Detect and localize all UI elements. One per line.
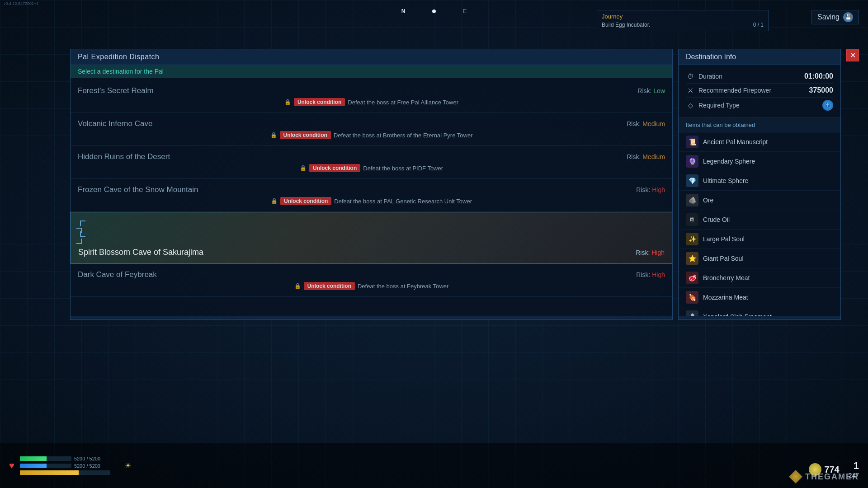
compass-marker <box>432 9 436 13</box>
destination-list[interactable]: Forest's Secret Realm Risk: Low 🔒 Unlock… <box>71 78 672 316</box>
item-name-large-pal-soul: Large Pal Soul <box>703 235 745 243</box>
dest-name-volcanic: Volcanic Inferno Cave <box>78 119 152 128</box>
item-icon-crude-oil: 🛢 <box>686 213 698 226</box>
sun-icon: ☀ <box>125 461 131 470</box>
logo-watermark: THEGAMER <box>789 470 859 483</box>
saving-icon: 💾 <box>843 12 853 22</box>
shield-bar-bg <box>20 464 71 468</box>
stat-duration: ⏱ Duration 01:00:00 <box>686 70 833 84</box>
item-icon-manuscript: 📜 <box>686 136 698 148</box>
type-element-icon <box>822 100 833 111</box>
journey-panel: Journey Build Egg Incubator. 0 / 1 <box>597 10 769 31</box>
dest-risk-volcanic: Risk: Medium <box>627 120 665 127</box>
duration-label: Duration <box>698 73 722 80</box>
destination-desert[interactable]: Hidden Ruins of the Desert Risk: Medium … <box>71 146 672 179</box>
item-icon-giant-pal-soul: ⭐ <box>686 252 698 265</box>
destination-frozen[interactable]: Frozen Cave of the Snow Mountain Risk: H… <box>71 179 672 212</box>
dest-risk-feybreak: Risk: High <box>636 271 665 278</box>
stamina-bar-bg <box>20 470 110 475</box>
unlock-badge-forests: Unlock condition <box>294 98 345 106</box>
item-icon-legendary-sphere: 🔮 <box>686 155 698 168</box>
unlock-condition-forests: 🔒 Unlock condition Defeat the boss at Fr… <box>78 98 665 106</box>
lock-icon-forests: 🔒 <box>284 99 291 105</box>
right-panel: Destination Info ⏱ Duration 01:00:00 ⚔ R… <box>678 49 841 320</box>
panel-handle-bottom <box>71 316 672 319</box>
destination-spirit-blossom[interactable]: Spirit Blossom Cave of Sakurajima Risk: … <box>71 212 672 264</box>
right-panel-title: Destination Info <box>679 49 840 65</box>
version-text: v0.4.12.6472901+1 <box>4 1 38 6</box>
unlock-text-frozen: Defeat the boss at PAL Genetic Research … <box>334 198 472 205</box>
duration-icon: ⏱ <box>686 72 695 81</box>
duration-value: 01:00:00 <box>804 72 833 80</box>
stat-type: ◇ Required Type <box>686 98 833 113</box>
firepower-value: 375000 <box>809 86 833 94</box>
unlock-badge-volcanic: Unlock condition <box>280 131 331 139</box>
item-broncherry-meat: 🥩 Broncherry Meat <box>679 268 840 288</box>
journey-task-1-label: Build Egg Incubator. <box>602 22 650 28</box>
lock-icon-frozen: 🔒 <box>271 198 278 204</box>
left-panel-subtitle: Select a destination for the Pal <box>71 65 672 78</box>
saving-indicator: Saving 💾 <box>811 10 859 24</box>
item-icon-mozzarina-meat: 🍖 <box>686 291 698 304</box>
bottom-hud: ♥ 5200 / 5200 5200 / 5200 <box>0 443 868 488</box>
dest-name-feybreak: Dark Cave of Feybreak <box>78 270 157 279</box>
close-button[interactable]: ✕ <box>846 49 859 61</box>
lock-icon-desert: 🔒 <box>300 165 307 171</box>
logo-diamond-icon <box>789 470 802 483</box>
item-name-ore: Ore <box>703 197 713 204</box>
unlock-text-feybreak: Defeat the boss at Feybreak Tower <box>358 283 448 290</box>
lock-icon-feybreak: 🔒 <box>294 283 301 289</box>
unlock-condition-feybreak: 🔒 Unlock condition Defeat the boss at Fe… <box>78 282 665 290</box>
type-icon: ◇ <box>686 101 695 110</box>
dest-name-desert: Hidden Ruins of the Desert <box>78 152 170 161</box>
item-xenolord-slab: 🪬 Xenolord Slab Fragment <box>679 307 840 316</box>
lock-icon-volcanic: 🔒 <box>270 132 277 138</box>
shield-bar-fill <box>20 464 47 468</box>
heart-icon: ♥ <box>9 460 14 471</box>
compass-n: N <box>401 8 406 14</box>
stat-firepower: ⚔ Recommended Firepower 375000 <box>686 84 833 98</box>
type-label: Required Type <box>698 102 740 109</box>
hp-bar-container: 5200 / 5200 <box>20 456 110 461</box>
destination-forests-secret-realm[interactable]: Forest's Secret Realm Risk: Low 🔒 Unlock… <box>71 80 672 113</box>
item-icon-xenolord-slab: 🪬 <box>686 310 698 316</box>
saving-label: Saving <box>817 13 840 21</box>
logo-text: THEGAMER <box>805 472 859 482</box>
destination-volcanic[interactable]: Volcanic Inferno Cave Risk: Medium 🔒 Unl… <box>71 113 672 146</box>
compass: N E <box>321 5 547 18</box>
item-icon-large-pal-soul: ✨ <box>686 233 698 245</box>
item-icon-ultimate-sphere: 💎 <box>686 174 698 187</box>
firepower-label: Recommended Firepower <box>698 87 771 94</box>
destination-feybreak[interactable]: Dark Cave of Feybreak Risk: High 🔒 Unloc… <box>71 264 672 297</box>
item-crude-oil: 🛢 Crude Oil <box>679 210 840 230</box>
panel-handle-right-bottom <box>679 316 840 319</box>
dest-risk-forests: Risk: Low <box>637 87 665 94</box>
dest-name-forests: Forest's Secret Realm <box>78 86 154 95</box>
item-ultimate-sphere: 💎 Ultimate Sphere <box>679 171 840 191</box>
left-panel-title: Pal Expedition Dispatch <box>71 49 672 65</box>
unlock-condition-volcanic: 🔒 Unlock condition Defeat the boss at Br… <box>78 131 665 139</box>
dest-risk-frozen: Risk: High <box>636 186 665 193</box>
item-giant-pal-soul: ⭐ Giant Pal Soul <box>679 249 840 268</box>
corner-tl <box>80 221 85 226</box>
item-name-mozzarina-meat: Mozzarina Meat <box>703 294 748 301</box>
compass-e: E <box>463 8 467 14</box>
unlock-text-forests: Defeat the boss at Free Pal Alliance Tow… <box>348 99 458 106</box>
items-header: Items that can be obtained <box>679 118 840 132</box>
item-ore: 🪨 Ore <box>679 191 840 210</box>
unlock-text-desert: Defeat the boss at PIDF Tower <box>363 165 443 172</box>
stamina-bar-container <box>20 470 110 475</box>
item-name-ultimate-sphere: Ultimate Sphere <box>703 177 748 184</box>
item-name-broncherry-meat: Broncherry Meat <box>703 274 750 282</box>
unlock-badge-frozen: Unlock condition <box>280 197 331 205</box>
unlock-text-volcanic: Defeat the boss at Brothers of the Etern… <box>334 132 473 139</box>
dest-name-frozen: Frozen Cave of the Snow Mountain <box>78 185 198 194</box>
shield-value: 5200 / 5200 <box>74 463 110 469</box>
corner-br <box>76 239 82 244</box>
unlock-badge-feybreak: Unlock condition <box>304 282 355 290</box>
journey-task-1-progress: 0 / 1 <box>753 22 764 28</box>
firepower-icon: ⚔ <box>686 86 695 95</box>
item-legendary-sphere: 🔮 Legendary Sphere <box>679 152 840 171</box>
info-stats: ⏱ Duration 01:00:00 ⚔ Recommended Firepo… <box>679 65 840 118</box>
dest-name-spirit: Spirit Blossom Cave of Sakurajima <box>78 248 203 257</box>
